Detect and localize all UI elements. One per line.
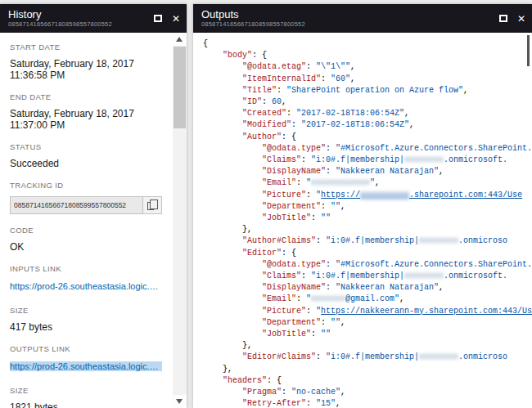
url-link[interactable]: .sharepoint.com:443/Use	[409, 191, 522, 200]
field-size: SIZE1821 bytes	[10, 386, 162, 408]
json-key: "Created"	[242, 109, 286, 118]
json-token: ,	[340, 202, 345, 211]
close-icon[interactable]: ✕	[172, 14, 180, 24]
redacted-text: xxxxxxxx	[419, 352, 458, 361]
history-panel: History 08587141656671808598557800552 ✕ …	[0, 4, 187, 408]
json-key: "@odata.type"	[262, 260, 326, 269]
json-key: "JobTitle"	[262, 330, 311, 339]
json-token: :	[296, 294, 306, 303]
json-token: "2017-02-18T18:06:54Z"	[301, 120, 409, 129]
json-token: ""	[321, 213, 331, 222]
code-line: },	[203, 364, 522, 375]
json-token	[203, 376, 223, 385]
outputs-run-id: 08587141656671808598557800552	[201, 21, 499, 29]
redacted-text: xxxxxxxx	[404, 271, 444, 280]
code-line: "Author": {	[203, 132, 522, 143]
json-token	[203, 283, 262, 292]
code-line: "Author#Claims": "i:0#.f|membership|xxxx…	[203, 235, 522, 247]
code-line: "Picture": "https://nakkeerann-my.sharep…	[203, 306, 522, 317]
field-outputs-link: OUTPUTS LINKhttps://prod-26.southeastasi…	[10, 344, 162, 374]
outputs-panel-header: Outputs 08587141656671808598557800552 ✕	[193, 4, 532, 33]
json-token: "\"1\""	[316, 62, 350, 71]
url-link[interactable]: https://	[321, 191, 360, 200]
json-key: "Email"	[262, 178, 296, 187]
scroll-up-icon[interactable]	[173, 33, 187, 46]
field-label: INPUTS LINK	[10, 264, 162, 273]
json-token: : {	[282, 249, 296, 258]
json-token: :	[277, 86, 286, 95]
json-token: : {	[267, 376, 282, 385]
field-value: 1821 bytes	[10, 401, 162, 408]
json-key: "Author"	[242, 132, 282, 141]
json-token	[203, 144, 262, 153]
json-token: :	[321, 318, 331, 327]
json-key: "Picture"	[262, 307, 306, 316]
outputs-link-value[interactable]: https://prod-26.southeastasia.logic.azur…	[10, 361, 162, 371]
field-value: 417 bytes	[10, 321, 162, 333]
inputs-link-value[interactable]: https://prod-26.southeastasia.logic.azur…	[10, 281, 162, 291]
field-inputs-link: INPUTS LINKhttps://prod-26.southeastasia…	[10, 264, 162, 294]
json-token: :	[321, 202, 331, 211]
copy-button[interactable]	[143, 196, 162, 214]
code-line: "Editor#Claims": "i:0#.f|membership|xxxx…	[203, 352, 522, 363]
json-key: "Picture"	[262, 191, 306, 200]
json-token: :	[306, 62, 316, 71]
json-token: :	[326, 144, 336, 153]
field-code: CODEOK	[10, 226, 162, 253]
maximize-icon[interactable]	[154, 15, 162, 22]
json-token: "i:0#.f|membership|	[326, 236, 419, 245]
json-token	[203, 62, 242, 71]
json-token: ,	[463, 86, 468, 95]
json-token: ,	[340, 388, 345, 397]
json-token: :	[311, 213, 321, 222]
json-token: "Nakkeeran Natarajan"	[336, 283, 439, 292]
json-token: },	[203, 341, 252, 350]
json-token	[203, 294, 262, 303]
json-key: "ID"	[242, 97, 262, 106]
json-token: :	[326, 260, 336, 269]
tracking-id-field[interactable]: 08587141656671808599557800552	[10, 196, 143, 214]
code-line: "Claims": "i:0#.f|membership|xxxxxxxx.on…	[203, 271, 522, 282]
code-line: "Department": "",	[203, 317, 522, 329]
json-token: :	[326, 167, 336, 176]
scrollbar-thumb[interactable]	[174, 47, 186, 128]
redacted-text: xxxxxxxxxxxx	[311, 178, 370, 187]
code-line: "Department": "",	[203, 201, 522, 213]
json-token: .onmicroso	[458, 352, 507, 361]
json-key: "DisplayName"	[262, 283, 326, 292]
json-token: "2017-02-18T18:06:54Z"	[296, 109, 404, 118]
field-label: SIZE	[10, 386, 162, 395]
json-code: { "body": { "@odata.etag": "\"1\"", "Ite…	[203, 38, 522, 408]
close-icon[interactable]: ✕	[517, 14, 525, 24]
code-line: "ID": 60,	[203, 96, 522, 108]
maximize-icon[interactable]	[499, 15, 507, 22]
json-token	[203, 191, 262, 200]
json-token	[203, 399, 242, 408]
field-label: END DATE	[10, 92, 162, 101]
json-token: "i:0#.f|membership|	[326, 352, 419, 361]
json-token: ,	[439, 167, 444, 176]
json-token	[203, 318, 262, 327]
field-size: SIZE417 bytes	[10, 306, 162, 333]
json-token: :	[282, 388, 291, 397]
code-line: "Pragma": "no-cache",	[203, 387, 522, 398]
url-link[interactable]: https://nakkeerann-my.sharepoint.com:443…	[321, 307, 532, 316]
field-label: OUTPUTS LINK	[10, 344, 162, 353]
json-token: ""	[321, 330, 331, 339]
json-token: :	[311, 330, 321, 339]
json-token: ,	[409, 120, 414, 129]
code-line: "Email": "xxxxxxx@gmail.com",	[203, 294, 522, 305]
code-line: "Editor": {	[203, 248, 522, 259]
json-key: "Author#Claims"	[242, 236, 316, 245]
history-scrollbar[interactable]	[173, 33, 187, 408]
json-token: "#Microsoft.Azure.Connectors.SharePoint.…	[336, 144, 532, 153]
outputs-scrollbar-thumb[interactable]	[527, 35, 530, 66]
json-token	[203, 178, 262, 187]
json-key: "body"	[223, 51, 252, 60]
url-link[interactable]: xxxxxxxxxx	[360, 191, 409, 200]
json-token: ,	[340, 318, 345, 327]
code-line: "@odata.etag": "\"1\"",	[203, 61, 522, 73]
json-token: ,	[399, 294, 404, 303]
scroll-down-icon[interactable]	[173, 395, 187, 408]
json-token: "i:0#.f|membership|	[311, 155, 404, 164]
